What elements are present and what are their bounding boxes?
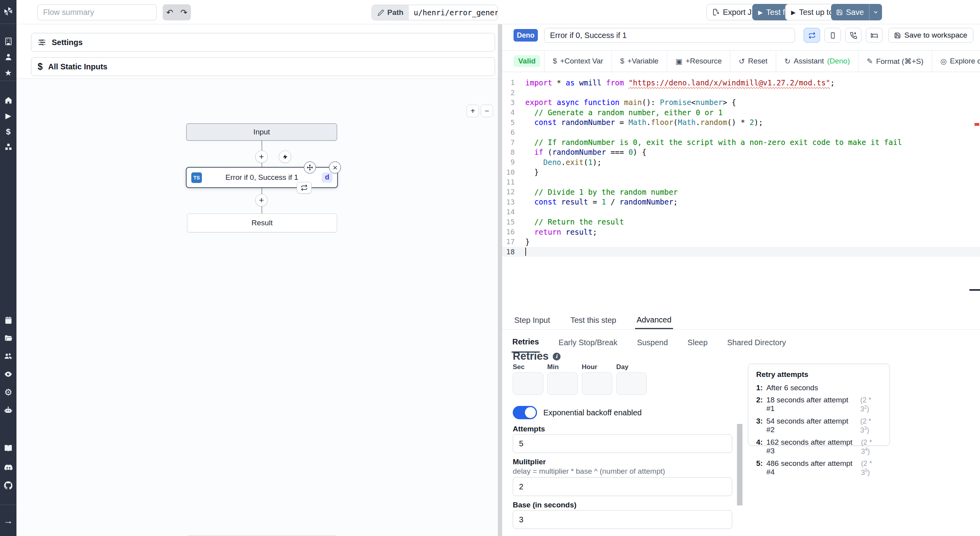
insert-step-button[interactable] [255,194,268,206]
all-static-inputs-row[interactable]: $ All Static Inputs [31,57,495,76]
retry-attempt-item: 2:18 seconds after attempt #1(2 * 32) [756,396,882,413]
input-node[interactable]: Input [186,123,337,141]
retry-min-input[interactable] [547,372,578,395]
subtab-shared-directory[interactable]: Shared Directory [726,332,787,353]
step-editor-panel: Deno Save to workspace Valid $+Context V… [502,24,980,536]
toolbar-format-s-[interactable]: ✎Format (⌘+S) [858,50,932,72]
scrollbar-thumb[interactable] [737,424,742,505]
expand-arrow-right-icon[interactable]: → [0,514,16,527]
workers-robot-icon[interactable] [0,404,16,417]
subtab-retries[interactable]: Retries [512,332,540,353]
step-name-input[interactable] [544,28,795,43]
windmill-logo-icon[interactable] [0,5,16,18]
variables-dollar-icon[interactable]: $ [0,125,16,138]
toolbar-explore-other-s[interactable]: ◎Explore other s [932,50,980,72]
path-label: Path [387,8,403,17]
line-number: 15 [502,218,518,226]
result-node[interactable]: Result [187,214,337,232]
settings-gear-icon[interactable]: ⚙ [0,386,16,399]
line-number: 7 [502,138,518,147]
typescript-badge: TS [191,172,202,183]
zoom-out-button[interactable]: − [481,105,493,117]
time-unit-label: Min [547,364,578,371]
toolbar--variable[interactable]: $+Variable [612,50,667,72]
tab-step-input[interactable]: Step Input [513,311,552,329]
retry-day-input[interactable] [616,372,647,395]
panel-resize-handle[interactable] [498,24,502,536]
flow-graph-canvas[interactable]: + − Input TS Error if 0, Success if 1 d [16,78,498,536]
resources-boxes-icon[interactable] [0,140,16,154]
info-icon[interactable]: i [553,353,561,360]
save-button[interactable]: Save [831,4,869,20]
schedules-calendar-icon[interactable] [0,313,16,327]
retry-indicator-icon[interactable] [297,182,312,194]
audit-eye-icon[interactable] [0,368,16,381]
advanced-subtabs: RetriesEarly Stop/BreakSuspendSleepShare… [502,332,980,356]
line-number: 11 [502,178,518,186]
multiplier-input[interactable] [513,477,732,496]
suspend-icon-button[interactable] [845,28,862,43]
retry-hour-input[interactable] [582,372,612,395]
home-icon[interactable] [0,93,16,107]
docs-book-icon[interactable] [0,442,16,455]
insert-step-button[interactable] [255,150,268,163]
file-export-icon [712,9,719,16]
step-id-badge: d [322,172,332,183]
tab-advanced[interactable]: Advanced [635,311,673,329]
runs-play-icon[interactable]: ▶ [0,109,16,122]
trigger-bolt-button[interactable] [279,150,291,163]
overview-error-mark [975,123,979,126]
exponential-backoff-toggle[interactable] [513,406,537,419]
toolbar-item-icon: $ [620,57,624,65]
save-to-workspace-button[interactable]: Save to workspace [888,28,973,43]
retry-settings-icon-button[interactable] [804,28,820,43]
github-icon[interactable] [0,479,16,492]
base-input[interactable] [513,510,732,529]
line-number: 8 [502,148,518,156]
tab-test-this-step[interactable]: Test this step [569,311,618,329]
flow-settings-row[interactable]: Settings [31,33,495,52]
delete-node-icon[interactable] [329,161,341,174]
code-editor[interactable]: 1import * as wmill from "https://deno.la… [502,72,980,311]
flow-summary-input[interactable] [37,4,157,20]
toolbar-assistant[interactable]: ↻Assistant (Deno) [776,50,858,72]
save-dropdown-chevron-icon[interactable] [869,4,882,20]
base-label: Base (in seconds) [513,501,577,509]
user-icon[interactable] [0,50,16,63]
discord-icon[interactable] [0,461,16,474]
code-line: 14 [502,207,980,217]
flow-settings-label: Settings [52,38,83,47]
zoom-in-button[interactable]: + [466,105,479,117]
star-icon[interactable]: ★ [0,66,16,79]
retries-heading: Retries i [513,350,561,362]
play-icon: ▶ [758,9,763,15]
path-control[interactable]: Path u/henri/error_generator [372,5,498,20]
toolbar-reset[interactable]: ↺Reset [730,50,776,72]
attempts-input[interactable] [513,434,732,453]
groups-users-gear-icon[interactable] [0,349,16,363]
line-number: 3 [502,98,518,107]
subtab-suspend[interactable]: Suspend [636,332,669,353]
subtab-early-stop-break[interactable]: Early Stop/Break [558,332,618,353]
path-value: u/henri/error_generator [409,5,498,20]
redo-icon[interactable]: ↷ [179,8,189,16]
save-icon [894,32,901,39]
early-stop-icon-button[interactable] [824,28,841,43]
windmill-flow-editor: ★ ▶ $ ⚙ [0,0,980,536]
code-line: 5 const randomNumber = Math.floor(Math.r… [502,118,980,127]
toolbar-item-icon: ↺ [739,57,745,66]
move-node-icon[interactable] [304,161,316,174]
editor-toolbar: Valid $+Context Var$+Variable▣+Resource↺… [502,50,980,72]
workspace-building-icon[interactable] [0,34,16,48]
sleep-icon-button[interactable] [866,28,882,43]
toolbar--resource[interactable]: ▣+Resource [667,50,730,72]
retry-sec-input[interactable] [513,372,543,395]
code-line: 7 // If randomNumber is 0, exit the scri… [502,137,980,147]
line-number: 17 [502,237,518,246]
subtab-sleep[interactable]: Sleep [687,332,708,353]
folders-icon[interactable] [0,331,16,345]
undo-icon[interactable]: ↶ [165,8,175,16]
rail-divider [0,505,16,505]
flow-panel: Settings $ All Static Inputs + − Input T… [16,24,498,536]
toolbar--context-var[interactable]: $+Context Var [544,50,612,72]
